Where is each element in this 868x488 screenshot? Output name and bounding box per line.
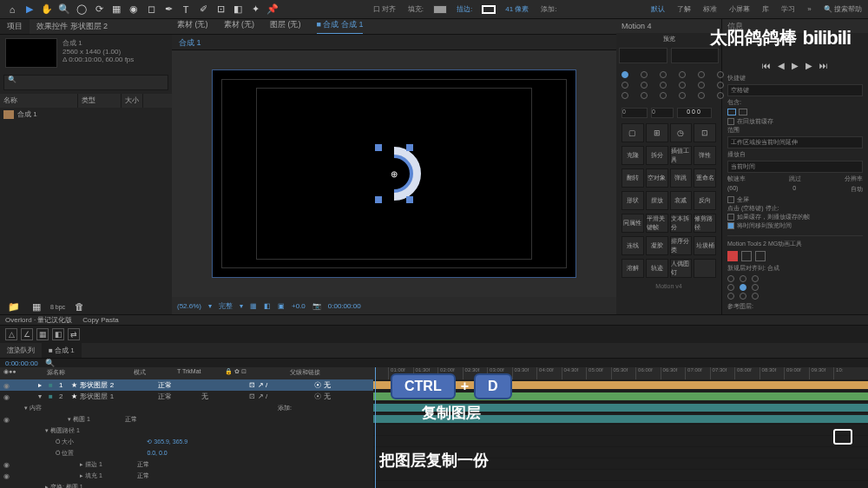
color-swatch-red[interactable] [727, 251, 738, 261]
col-trkmat[interactable]: T TrkMat [174, 367, 221, 379]
tool-flip[interactable]: 翻转 [621, 168, 644, 188]
align-dot[interactable] [740, 284, 746, 291]
new-comp-icon[interactable]: ▦ [29, 299, 44, 314]
move-time-checkbox[interactable] [727, 222, 734, 229]
handle-bottom-right[interactable] [406, 196, 413, 203]
align-dot[interactable] [727, 275, 734, 282]
color-swatch[interactable] [755, 251, 766, 261]
anchor-dot[interactable] [621, 82, 628, 89]
tool-smooth-kf[interactable]: 平滑关键帧 [646, 214, 668, 233]
folder-icon[interactable]: 📁 [6, 299, 22, 314]
handle-bottom-left[interactable] [375, 196, 382, 203]
ov-grid-icon[interactable]: ▦ [36, 328, 49, 340]
workspace-default[interactable]: 默认 [648, 4, 667, 14]
play-icon[interactable]: ▶ [792, 61, 799, 70]
text-tool-icon[interactable]: T [178, 2, 194, 17]
tool-trace[interactable]: 轨迹 [646, 259, 668, 278]
rotate-tool-icon[interactable]: ⟳ [91, 2, 107, 17]
copypasta-tab[interactable]: Copy Pasta [82, 316, 118, 324]
ov-path-icon[interactable]: ∠ [21, 328, 33, 340]
tool-icon-4[interactable]: ⊡ [694, 123, 716, 142]
workspace-small[interactable]: 小屏幕 [727, 4, 753, 14]
selection-tool-icon[interactable]: ▶ [22, 2, 37, 17]
anchor-dot[interactable] [698, 82, 705, 89]
anchor-dot[interactable] [698, 92, 705, 99]
align-dot[interactable] [752, 275, 759, 282]
snap-toggle[interactable]: 口 对齐 [371, 4, 398, 14]
tool-arrange[interactable]: 摆放 [646, 191, 668, 210]
nav-comp[interactable]: ■ 合成 合成 1 [317, 19, 364, 34]
anchor-dot[interactable] [641, 92, 648, 99]
first-frame-icon[interactable]: ⏮ [762, 61, 771, 70]
tool-clone[interactable]: 克隆 [621, 146, 644, 165]
camera-tool-icon[interactable]: ▦ [108, 2, 124, 17]
align-dot[interactable] [727, 293, 734, 300]
tool-wire[interactable]: 连线 [621, 236, 644, 255]
tool-reverse[interactable]: 反向 [694, 191, 716, 210]
current-timecode[interactable]: 0:00:00:00 [5, 359, 38, 367]
tool-elastic[interactable]: 弹性 [694, 146, 716, 165]
shape-layer-artwork[interactable]: ⊕ [366, 146, 422, 201]
tool-null[interactable]: 空对象 [646, 168, 668, 188]
tool-interp[interactable]: 插值工具 [670, 146, 693, 165]
timeline-search[interactable]: 🔍 [45, 359, 55, 367]
tool-icon-2[interactable]: ⊞ [646, 123, 668, 142]
anchor-dot[interactable] [679, 82, 686, 89]
timeline-comp-tab[interactable]: ■ 合成 1 [42, 343, 82, 358]
range-end[interactable]: 0 [651, 108, 674, 118]
comp-thumbnail[interactable] [5, 38, 57, 68]
viewer-channel-icon[interactable]: ▣ [278, 302, 285, 310]
tool-dissolve[interactable]: 溶解 [621, 259, 644, 278]
color-swatch[interactable] [741, 251, 752, 261]
cache-stop-checkbox[interactable] [727, 214, 734, 221]
shape-tool-icon[interactable]: ◻ [143, 2, 159, 17]
tool-sort[interactable]: 排序分类 [670, 236, 693, 255]
eraser-tool-icon[interactable]: ◧ [230, 2, 246, 17]
anchor-dot[interactable] [660, 71, 667, 78]
viewer-comp-tab[interactable]: 合成 1 [172, 35, 208, 49]
range-start[interactable]: 0 [621, 108, 648, 118]
motion-slot[interactable] [671, 48, 720, 63]
roto-tool-icon[interactable]: ✦ [247, 2, 263, 17]
add-label[interactable]: 添加: [538, 4, 559, 14]
stroke-width[interactable]: 41 像素 [503, 4, 531, 14]
shortcut-field[interactable]: 空格键 [727, 84, 863, 96]
tool-icon-3[interactable]: ◷ [670, 123, 693, 142]
current-time-field[interactable]: 当前时间 [727, 161, 863, 173]
ov-layer-icon[interactable]: ◧ [52, 328, 64, 340]
cache-checkbox[interactable] [727, 118, 734, 125]
viewer-timecode[interactable]: 0:00:00:00 [328, 302, 361, 310]
nav-footage-2[interactable]: 素材 (无) [224, 19, 255, 34]
layer-row-2[interactable]: ◉ ▾■2 ★形状图层 1 正常 无⊡ ↗ / ☉ 无 [0, 391, 373, 402]
project-tab[interactable]: 项目 [0, 19, 30, 34]
exposure[interactable]: +0.0 [292, 302, 306, 310]
anchor-dot[interactable] [621, 71, 628, 78]
anchor-dot[interactable] [660, 82, 667, 89]
render-queue-tab[interactable]: 渲染队列 [0, 343, 42, 358]
tool-split[interactable]: 拆分 [646, 146, 668, 165]
anchor-point-icon[interactable]: ⊕ [391, 169, 398, 179]
loop-icon[interactable] [739, 109, 747, 115]
align-dot[interactable] [740, 275, 746, 282]
last-frame-icon[interactable]: ⏭ [819, 61, 828, 70]
handle-top-left[interactable] [375, 144, 382, 151]
zoom-level[interactable]: (52.6%) [177, 302, 201, 310]
anchor-dot[interactable] [621, 92, 628, 99]
workspace-more[interactable]: » [805, 5, 813, 13]
effects-tab[interactable]: 效果控件 形状图层 2 [30, 19, 115, 34]
layer-row-1[interactable]: ◉ ▸■1 ★形状图层 2 正常 ⊡ ↗ / ☉ 无 [0, 379, 373, 391]
tool-falloff[interactable]: 衰减 [670, 191, 693, 210]
nav-layer[interactable]: 图层 (无) [270, 19, 301, 34]
home-icon[interactable]: ⌂ [4, 2, 20, 17]
range-center[interactable]: 000 [677, 108, 712, 118]
snapshot-icon[interactable]: 📷 [312, 302, 321, 310]
project-item-comp[interactable]: 合成 1 [0, 108, 172, 121]
anchor-dot[interactable] [641, 82, 648, 89]
viewer-mask-icon[interactable]: ◧ [264, 302, 271, 310]
nav-footage-1[interactable]: 素材 (无) [177, 19, 208, 34]
anchor-dot[interactable] [679, 92, 686, 99]
fill-swatch[interactable] [433, 5, 447, 14]
work-area-field[interactable]: 工作区域按当前时间延伸 [727, 136, 863, 148]
workspace-library[interactable]: 库 [760, 4, 772, 14]
align-dot[interactable] [740, 293, 746, 300]
